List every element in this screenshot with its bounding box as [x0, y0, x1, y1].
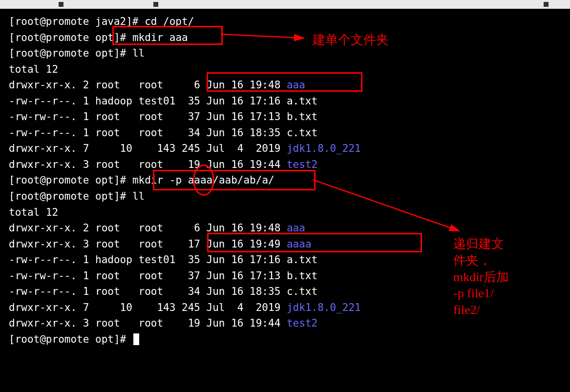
tab-bar — [0, 0, 570, 9]
cmd-line: [root@promote opt]# mkdir -p aaaa/aab/ab… — [9, 172, 561, 188]
list-item: drwxr-xr-x. 7 10 143 245 Jul 4 2019 jdk1… — [9, 300, 561, 316]
list-item: -rw-r--r--. 1 root root 34 Jun 16 18:35 … — [9, 125, 561, 141]
list-item: -rw-r--r--. 1 root root 34 Jun 16 18:35 … — [9, 284, 561, 300]
terminal-icon — [153, 2, 158, 7]
list-item: -rw-rw-r--. 1 root root 37 Jun 16 17:13 … — [9, 268, 561, 284]
cmd-line: [root@promote opt]# ll — [9, 188, 561, 205]
list-item: drwxr-xr-x. 3 root root 17 Jun 16 19:49 … — [9, 236, 561, 252]
cmd-line: [root@promote java2]# cd /opt/ — [9, 14, 561, 30]
terminal-icon — [59, 2, 63, 7]
cmd-line: [root@promote opt]# mkdir aaa — [9, 30, 561, 46]
cmd-line: [root@promote opt]# ll — [9, 45, 561, 62]
list-item: -rw-rw-r--. 1 root root 37 Jun 16 17:13 … — [9, 109, 561, 125]
list-item: drwxr-xr-x. 7 10 143 245 Jul 4 2019 jdk1… — [9, 141, 561, 157]
tab-1[interactable] — [59, 2, 65, 7]
total-line: total 12 — [9, 205, 561, 221]
list-item: drwxr-xr-x. 3 root root 19 Jun 16 19:44 … — [9, 315, 561, 331]
list-item: drwxr-xr-x. 2 root root 6 Jun 16 19:48 a… — [9, 220, 561, 236]
cursor-icon — [133, 333, 139, 345]
cmd-line: [root@promote opt]# — [9, 331, 561, 348]
list-item: drwxr-xr-x. 2 root root 6 Jun 16 19:48 a… — [9, 77, 561, 93]
tab-2[interactable] — [153, 2, 160, 7]
list-item: -rw-r--r--. 1 hadoop test01 35 Jun 16 17… — [9, 252, 561, 268]
terminal-output[interactable]: [root@promote java2]# cd /opt/ [root@pro… — [0, 9, 570, 352]
total-line: total 12 — [9, 62, 561, 78]
list-item: drwxr-xr-x. 3 root root 19 Jun 16 19:44 … — [9, 157, 561, 173]
terminal-icon — [544, 2, 549, 7]
list-item: -rw-r--r--. 1 hadoop test01 35 Jun 16 17… — [9, 93, 561, 109]
tab-3[interactable] — [544, 2, 550, 7]
